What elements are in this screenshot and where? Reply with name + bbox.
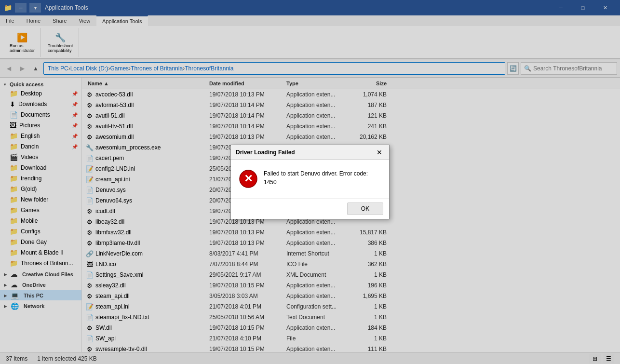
dialog-overlay: Driver Loading Failed ✕ ✕ Failed to star…: [0, 0, 620, 364]
error-icon: ✕: [239, 169, 258, 189]
dialog-ok-button[interactable]: OK: [347, 202, 383, 215]
dialog-title: Driver Loading Failed: [236, 149, 295, 156]
dialog-close-button[interactable]: ✕: [375, 148, 384, 157]
dialog-message: Failed to start Denuvo driver. Error cod…: [264, 169, 381, 187]
error-dialog: Driver Loading Failed ✕ ✕ Failed to star…: [230, 145, 390, 219]
dialog-footer: OK: [231, 198, 389, 219]
svg-text:✕: ✕: [244, 173, 253, 185]
dialog-body: ✕ Failed to start Denuvo driver. Error c…: [231, 160, 389, 198]
dialog-title-bar: Driver Loading Failed ✕: [231, 145, 389, 160]
